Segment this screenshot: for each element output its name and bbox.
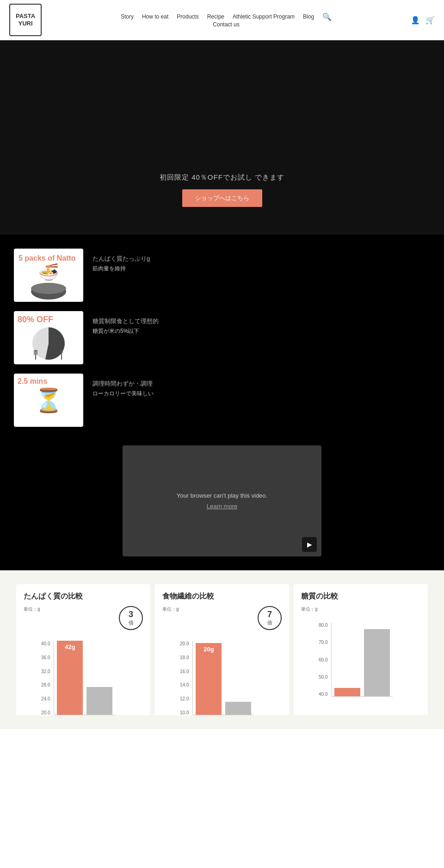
80off-sub-text: 糖質が米の5%以下 xyxy=(92,326,159,337)
chart-fiber-title: 食物繊維の比較 xyxy=(162,592,282,601)
chart-sugar-title: 糖質の比較 xyxy=(301,592,420,601)
video-player: Your browser can't play this video. Lear… xyxy=(123,445,321,556)
video-cant-play-text: Your browser can't play this video. Lear… xyxy=(177,490,267,512)
logo-line1: PASTA xyxy=(16,12,35,20)
nav-user-cart: 👤 🛒 xyxy=(411,16,435,25)
nav-bottom-row: Contact us xyxy=(213,21,239,28)
feature-row-timer: 2.5 mins ⏳ 調理時間わずか・調理 ローカロリーで美味しい xyxy=(0,369,444,431)
nav-how-to-eat[interactable]: How to eat xyxy=(142,13,168,20)
nav-center: Story How to eat Products Recipe Athleti… xyxy=(42,12,411,28)
learn-more-link[interactable]: Learn more xyxy=(207,503,237,510)
timer-label: 2.5 mins xyxy=(18,377,47,386)
chart-fiber: 食物繊維の比較 7 倍 単位：g 20.0 18.0 16.0 14.0 12.… xyxy=(155,584,289,715)
play-button[interactable]: ▶ xyxy=(302,537,317,552)
80off-main-text: 糖質制限食として理想的 xyxy=(92,316,159,326)
natto-icon: 🍜 xyxy=(38,262,59,282)
sugar-bar1 xyxy=(334,688,360,696)
hero-shop-button[interactable]: ショップへはこちら xyxy=(182,189,262,207)
charts-section: たんぱく質の比較 3 倍 単位：g 40.0 36.0 32.0 28.0 24… xyxy=(0,570,444,729)
logo[interactable]: PASTA YURI xyxy=(9,4,42,36)
features-section: 5 packs of Natto 🍜 たんぱく質たっぷりg 筋肉量を維持 80%… xyxy=(0,235,444,441)
search-icon[interactable]: 🔍 xyxy=(322,12,332,21)
natto-main-text: たんぱく質たっぷりg xyxy=(92,253,150,264)
nav-blog[interactable]: Blog xyxy=(303,13,314,20)
protein-mult-unit: 倍 xyxy=(129,619,134,626)
sugar-unit: 単位：g xyxy=(301,606,420,612)
logo-line2: YURI xyxy=(18,20,32,27)
80off-label: 80% OFF xyxy=(18,315,53,325)
nav-top-row: Story How to eat Products Recipe Athleti… xyxy=(121,12,332,21)
svg-point-1 xyxy=(31,283,66,294)
timer-main-text: 調理時間わずか・調理 xyxy=(92,378,154,389)
feature-img-80off: 80% OFF xyxy=(14,311,83,364)
timer-sub-text: ローカロリーで美味しい xyxy=(92,389,154,399)
feature-row-80off: 80% OFF 糖 xyxy=(0,306,444,369)
nav-products[interactable]: Products xyxy=(177,13,198,20)
nav-athletic[interactable]: Athletic Support Program xyxy=(233,13,295,20)
natto-label: 5 packs of Natto xyxy=(14,250,83,262)
feature-text-timer: 調理時間わずか・調理 ローカロリーで美味しい xyxy=(83,374,163,404)
chart-sugar: 糖質の比較 単位：g 80.0 70.0 60.0 50.0 40.0 xyxy=(294,584,428,715)
cart-icon[interactable]: 🛒 xyxy=(426,16,435,25)
fiber-bar1-label: 20g xyxy=(204,646,214,653)
feature-img-natto: 5 packs of Natto 🍜 xyxy=(14,249,83,302)
header: PASTA YURI Story How to eat Products Rec… xyxy=(0,0,444,40)
fiber-bar2 xyxy=(225,702,251,715)
protein-bar1-label: 42g xyxy=(65,643,75,650)
hero-section: 初回限定 40％OFFでお試し できます ショップへはこちら xyxy=(0,40,444,235)
video-section: Your browser can't play this video. Lear… xyxy=(0,441,444,570)
feature-text-natto: たんぱく質たっぷりg 筋肉量を維持 xyxy=(83,249,159,279)
fiber-multiplier: 7 倍 xyxy=(258,606,282,630)
cant-play-label: Your browser can't play this video. xyxy=(177,492,267,499)
fiber-bar1: 20g xyxy=(196,643,222,715)
protein-bar1: 42g xyxy=(57,641,83,715)
chart-fiber-area: 7 倍 単位：g 20.0 18.0 16.0 14.0 12.0 10.0 xyxy=(162,606,282,708)
pie-svg xyxy=(30,325,67,362)
nav-contact[interactable]: Contact us xyxy=(213,21,239,28)
fiber-mult-value: 7 xyxy=(267,610,272,619)
nav-story[interactable]: Story xyxy=(121,13,134,20)
pie-chart xyxy=(30,325,67,364)
feature-text-80off: 糖質制限食として理想的 糖質が米の5%以下 xyxy=(83,311,168,341)
nav-recipe[interactable]: Recipe xyxy=(207,13,224,20)
chart-sugar-area: 単位：g 80.0 70.0 60.0 50.0 40.0 xyxy=(301,606,420,708)
fiber-mult-unit: 倍 xyxy=(267,619,272,626)
chart-protein-title: たんぱく質の比較 xyxy=(24,592,143,601)
hero-text: 初回限定 40％OFFでお試し できます xyxy=(160,173,284,182)
sugar-bar2 xyxy=(364,629,390,696)
feature-img-timer: 2.5 mins ⏳ xyxy=(14,374,83,427)
protein-mult-value: 3 xyxy=(129,610,133,619)
natto-bowl-svg xyxy=(30,282,67,300)
chart-protein: たんぱく質の比較 3 倍 単位：g 40.0 36.0 32.0 28.0 24… xyxy=(16,584,150,715)
feature-row-natto: 5 packs of Natto 🍜 たんぱく質たっぷりg 筋肉量を維持 xyxy=(0,244,444,306)
natto-sub-text: 筋肉量を維持 xyxy=(92,264,150,274)
protein-multiplier: 3 倍 xyxy=(119,606,143,630)
user-icon[interactable]: 👤 xyxy=(411,16,420,25)
chart-protein-area: 3 倍 単位：g 40.0 36.0 32.0 28.0 24.0 20.0 xyxy=(24,606,143,708)
protein-bar2 xyxy=(86,687,112,715)
hourglass-icon: ⏳ xyxy=(34,387,63,414)
